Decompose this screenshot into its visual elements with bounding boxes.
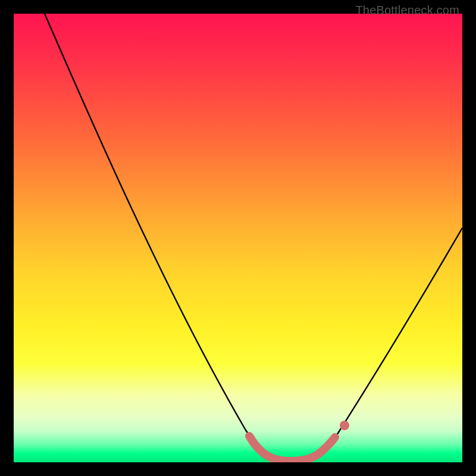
optimal-region-end-dot [340,421,349,430]
curve-layer [14,14,462,462]
chart-frame: TheBottleneck.com [0,0,476,476]
optimal-region-highlight [249,436,335,461]
watermark-text: TheBottleneck.com [355,4,459,17]
bottleneck-curve [45,14,462,461]
